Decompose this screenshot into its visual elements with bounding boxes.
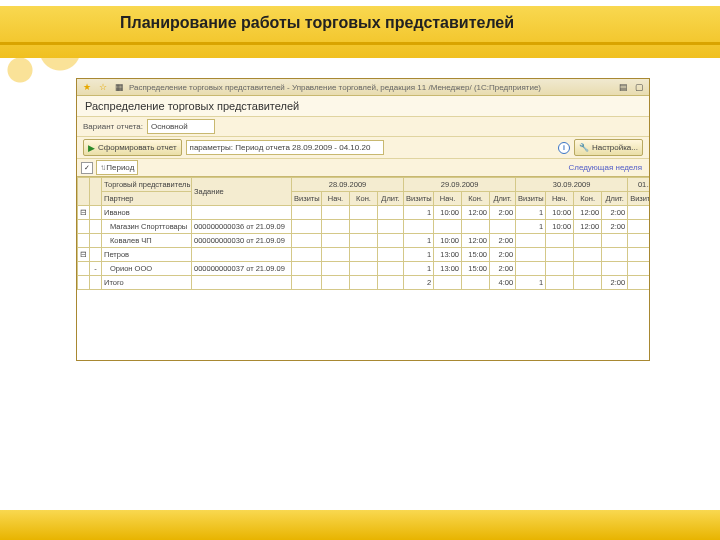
table-row[interactable]: Итого 24:00 12:00 [78,276,650,290]
col-rep: Торговый представитель [102,178,192,192]
toolbar: ▶Сформировать отчет параметры: Период от… [77,136,649,158]
variant-row: Вариант отчета: Основной [77,116,649,136]
period-checkbox[interactable]: ✓ [81,162,93,174]
slide-title: Планирование работы торговых представите… [0,6,720,58]
bottom-band [0,510,720,540]
date-0: 28.09.2009 [292,178,404,192]
col-task: Задание [192,178,292,206]
collapse-button[interactable]: ⊟ [78,248,90,262]
calc-icon[interactable]: ▤ [617,81,629,93]
header-row-2: Партнер ВизитыНач.Кон.Длит. ВизитыНач.Ко… [78,192,650,206]
window-titlebar: ★ ☆ ▦ Распределение торговых представите… [77,79,649,96]
favorite-icon[interactable]: ★ [81,81,93,93]
header-row-1: Торговый представитель Задание 28.09.200… [78,178,650,192]
collapse-button[interactable]: ⊟ [78,206,90,220]
document-title: Распределение торговых представителей [77,96,649,116]
variant-label: Вариант отчета: [83,122,143,131]
close-icon[interactable]: ▢ [633,81,645,93]
period-label: Период [106,163,134,172]
table-row[interactable]: - Орион ООО000000000037 от 21.09.09 113:… [78,262,650,276]
settings-label: Настройка... [592,143,638,152]
table-row[interactable]: Ковалев ЧП000000000030 от 21.09.09 110:0… [78,234,650,248]
params-field[interactable]: параметры: Период отчета 28.09.2009 - 04… [186,140,384,155]
date-1: 29.09.2009 [404,178,516,192]
next-week-link[interactable]: Следующая неделя [565,162,645,173]
period-button[interactable]: ↑↓ Период [96,160,138,175]
play-icon: ▶ [88,143,95,153]
arrows-icon: ↑↓ [100,163,104,172]
table-row[interactable]: ⊟ Петров 113:0015:002:00 [78,248,650,262]
settings-button[interactable]: 🔧Настройка... [574,139,643,156]
data-grid: Торговый представитель Задание 28.09.200… [77,176,649,360]
date-2: 30.09.2009 [516,178,628,192]
variant-field[interactable]: Основной [147,119,215,134]
app-icon: ▦ [113,81,125,93]
generate-button[interactable]: ▶Сформировать отчет [83,139,182,156]
info-icon[interactable]: i [558,142,570,154]
window-title: Распределение торговых представителей - … [129,83,613,92]
table-row[interactable]: ⊟ Иванов 110:0012:002:00 110:0012:002:00 [78,206,650,220]
col-partner: Партнер [102,192,192,206]
date-3: 01.10.2009 [628,178,649,192]
table-row[interactable]: Магазин Спорттовары000000000036 от 21.09… [78,220,650,234]
period-row: ✓ ↑↓ Период Следующая неделя [77,158,649,176]
wrench-icon: 🔧 [579,143,589,152]
app-window: ★ ☆ ▦ Распределение торговых представите… [76,78,650,361]
favorite-icon[interactable]: ☆ [97,81,109,93]
generate-label: Сформировать отчет [98,143,177,152]
